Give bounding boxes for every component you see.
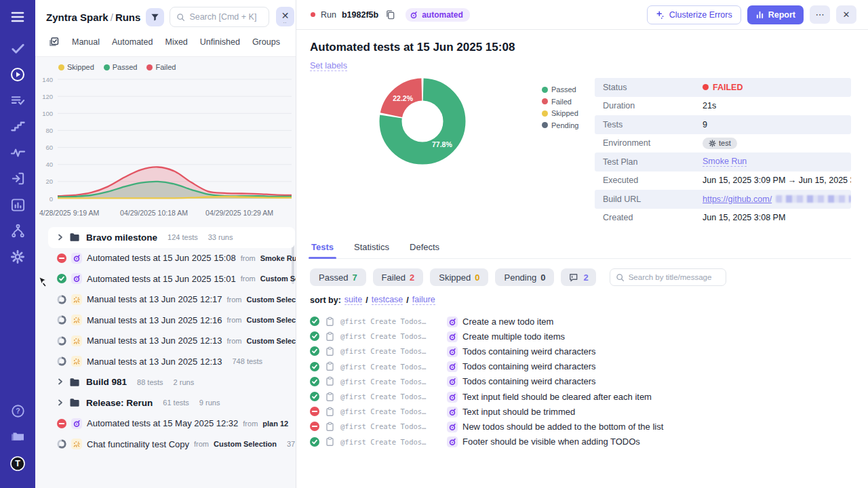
test-result-row[interactable]: @first Create Todos…Todos containing wei… [310,344,851,359]
project-name[interactable]: Zyntra Spark [46,12,108,23]
comments-filter-chip[interactable]: 2 [561,268,595,286]
close-runs-panel-button[interactable]: ✕‥ [276,7,294,26]
legend-item-passed[interactable]: Passed [104,63,138,71]
legend-item-failed[interactable]: Failed [146,63,176,71]
run-status-passed-icon [57,274,66,283]
legend-item-skipped[interactable]: Skipped [58,63,94,71]
copy-run-id-button[interactable] [385,9,397,21]
tests-check-icon[interactable] [9,40,26,56]
sort-by-testcase[interactable]: testcase [372,295,403,305]
run-row[interactable]: Automated tests at 15 May 2025 12:32from… [57,413,296,434]
filter-chip-failed[interactable]: Failed2 [373,268,424,286]
manual-run-icon [71,314,82,325]
automated-test-icon [447,331,457,342]
test-result-row[interactable]: @first Create Todos…Text input field sho… [310,389,851,404]
detail-row-executed: ExecutedJun 15, 2025 3:09 PM → Jun 15, 2… [595,171,851,190]
run-source: Custom Selection [246,316,296,324]
filter-chip-passed[interactable]: Passed7 [310,268,366,286]
sort-by-failure[interactable]: failure [412,295,435,305]
runs-play-icon[interactable] [9,66,26,83]
automated-run-icon [71,273,82,284]
tests-search [610,268,726,286]
filter-chip-pending[interactable]: Pending0 [495,268,554,286]
donut-legend-item-skipped[interactable]: Skipped [542,109,588,117]
tests-search-input[interactable] [629,273,720,281]
more-actions-button[interactable]: ⋯ [810,5,830,24]
comment-icon [568,272,578,283]
donut-legend-item-pending[interactable]: Pending [542,121,588,129]
run-status-failed-icon [57,253,66,263]
tab-unfinished[interactable]: Unfinished [200,37,240,47]
set-labels-link[interactable]: Set labels [310,61,347,71]
projects-folder-icon[interactable] [9,429,26,445]
legend-label: Skipped [551,109,578,117]
test-result-row[interactable]: @first Create Todos…New todos should be … [310,419,851,434]
test-result-row[interactable]: @first Create Todos…Text input should be… [310,404,851,419]
select-all-icon[interactable] [47,36,60,48]
run-row[interactable]: Automated tests at 15 Jun 2025 15:08from… [57,248,296,269]
x-axis-label: 04/29/2025 10:18 AM [120,209,188,217]
automated-run-icon [71,418,82,429]
tab-manual[interactable]: Manual [72,37,100,47]
legend-dot [542,110,548,117]
run-title: Automated tests at 15 Jun 2025 15:08 [310,41,851,54]
tab-mixed[interactable]: Mixed [165,37,187,47]
filter-button[interactable] [146,8,164,26]
search-icon [176,13,185,22]
menu-icon[interactable] [9,9,26,25]
detail-label: Status [603,83,703,92]
test-result-row[interactable]: @first Create Todos…Todos containing wei… [310,359,851,374]
filter-chip-skipped[interactable]: Skipped0 [430,268,488,286]
svg-text:20: 20 [45,178,53,185]
suites-list-icon[interactable] [9,92,26,108]
gear-icon [709,140,716,147]
test-suite-name: @first Create Todos… [340,378,441,386]
donut-legend-item-passed[interactable]: Passed [542,85,588,94]
run-row[interactable]: Chat functinality test CopyfromCustom Se… [57,434,296,455]
test-result-row[interactable]: @first Create Todos…Todos containing wei… [310,374,851,389]
build-url-link[interactable]: https://github.com/ [703,195,772,204]
environment-badge[interactable]: test [703,138,737,149]
clusterize-errors-button[interactable]: Clusterize Errors [647,5,741,24]
sort-by-suite[interactable]: suite [344,295,362,305]
run-source: Custom Selection [260,274,296,283]
test-status-passed-icon [310,362,319,371]
tab-automated[interactable]: Automated [112,37,153,47]
branches-icon[interactable] [9,223,26,239]
svg-text:60: 60 [45,144,53,151]
tab-tests[interactable]: Tests [310,239,335,258]
detail-row-duration: Duration21s [595,97,851,116]
reports-chart-icon[interactable] [9,197,26,213]
report-chart-icon [755,10,764,19]
app-logo[interactable]: T [9,455,26,472]
test-result-row[interactable]: @first Create Todos…Footer should be vis… [310,434,851,449]
run-row[interactable]: Automated tests at 15 Jun 2025 15:01from… [57,268,296,289]
test-suite-name: @first Create Todos… [340,407,441,415]
runs-group-row[interactable]: Release: Rerun61 tests9 runs [57,392,296,413]
legend-dot [542,122,548,128]
run-type-badge[interactable]: automated [406,8,470,22]
milestones-steps-icon[interactable] [9,119,26,135]
runs-group-row[interactable]: Bravo milestone124 tests33 runs [48,227,295,248]
tab-defects[interactable]: Defects [408,239,441,258]
settings-gear-icon[interactable] [9,249,26,265]
run-row[interactable]: Manual tests at 13 Jun 2025 12:13fromCus… [57,331,296,352]
help-icon[interactable]: ? [9,403,26,420]
automated-test-icon [447,422,457,432]
tab-statistics[interactable]: Statistics [353,239,391,258]
run-detail-tabs: TestsStatisticsDefects [310,239,851,259]
import-icon[interactable] [9,171,26,187]
close-run-detail-button[interactable]: ✕ [836,5,856,24]
donut-legend-item-failed[interactable]: Failed [542,98,588,106]
runs-search-input[interactable] [189,12,262,22]
runs-group-row[interactable]: Build 98188 tests2 runs [57,372,296,393]
report-button[interactable]: Report [747,5,804,24]
run-row[interactable]: Manual tests at 13 Jun 2025 12:13748 tes… [57,351,296,372]
analytics-pulse-icon[interactable] [9,144,26,161]
run-row[interactable]: Manual tests at 13 Jun 2025 12:16fromCus… [57,310,296,331]
test-plan-link[interactable]: Smoke Run [703,157,747,167]
test-result-row[interactable]: @first Create Todos…Create a new todo it… [310,314,851,329]
test-result-row[interactable]: @first Create Todos…Create multiple todo… [310,329,851,344]
tab-groups[interactable]: Groups [252,37,280,47]
run-row[interactable]: Manual tests at 13 Jun 2025 12:17fromCus… [57,289,296,310]
